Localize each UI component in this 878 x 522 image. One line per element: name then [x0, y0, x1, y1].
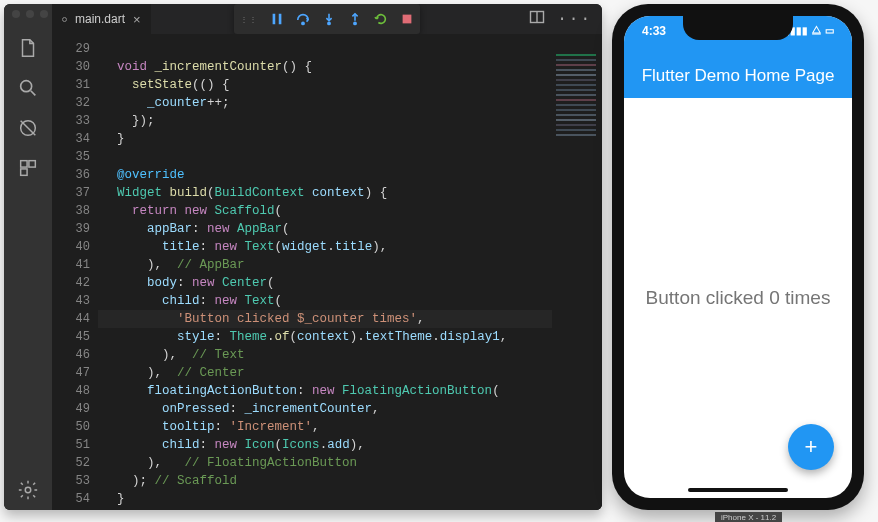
ide-window: main.dart × ⋮⋮	[4, 4, 602, 510]
stop-icon[interactable]	[400, 12, 414, 26]
editor-column: main.dart × ⋮⋮	[52, 4, 602, 510]
counter-text: Button clicked 0 times	[646, 287, 831, 309]
simulator-label: iPhone X - 11.2	[715, 512, 782, 522]
app-bar: Flutter Demo Home Page	[624, 54, 852, 98]
minimize-dot-icon[interactable]	[26, 10, 34, 18]
code-editor[interactable]: 2930313233343536373839404142434445464748…	[52, 34, 602, 510]
svg-rect-4	[21, 169, 27, 175]
zoom-dot-icon[interactable]	[40, 10, 48, 18]
svg-point-5	[25, 487, 31, 493]
status-time: 4:33	[642, 24, 666, 38]
window-traffic-lights[interactable]	[12, 10, 48, 18]
drag-grip-icon[interactable]: ⋮⋮	[240, 15, 258, 24]
svg-rect-11	[403, 15, 412, 24]
step-out-icon[interactable]	[348, 12, 362, 26]
pause-icon[interactable]	[270, 12, 284, 26]
app-bar-title: Flutter Demo Home Page	[642, 66, 835, 86]
plus-icon: +	[805, 434, 818, 460]
settings-gear-icon[interactable]	[16, 478, 40, 502]
extensions-icon[interactable]	[16, 156, 40, 180]
code-content[interactable]: void _incrementCounter() { setState(() {…	[98, 34, 552, 510]
tab-label: main.dart	[75, 12, 125, 26]
tab-close-icon[interactable]: ×	[133, 12, 141, 27]
floating-action-button[interactable]: +	[788, 424, 834, 470]
close-dot-icon[interactable]	[12, 10, 20, 18]
phone-simulator: 4:33 ▮▮▮▮ ⧋ ▭ Flutter Demo Home Page But…	[612, 4, 864, 510]
minimap-preview	[556, 54, 596, 140]
activity-bar	[4, 4, 52, 510]
tab-bar: main.dart × ⋮⋮	[52, 4, 602, 34]
home-indicator[interactable]	[688, 488, 788, 492]
svg-point-8	[302, 22, 304, 24]
svg-rect-2	[21, 161, 27, 167]
file-dirty-dot-icon	[62, 17, 67, 22]
svg-point-10	[354, 22, 356, 24]
svg-rect-3	[29, 161, 35, 167]
step-over-icon[interactable]	[296, 12, 310, 26]
search-icon[interactable]	[16, 76, 40, 100]
tab-main-dart[interactable]: main.dart ×	[52, 4, 152, 34]
split-editor-icon[interactable]	[529, 9, 545, 29]
svg-point-0	[21, 81, 32, 92]
line-number-gutter: 2930313233343536373839404142434445464748…	[52, 34, 98, 510]
wifi-icon: ⧋	[812, 24, 821, 36]
minimap[interactable]	[552, 34, 602, 510]
phone-screen[interactable]: 4:33 ▮▮▮▮ ⧋ ▭ Flutter Demo Home Page But…	[624, 16, 852, 498]
svg-rect-7	[279, 14, 282, 25]
battery-icon: ▭	[825, 25, 834, 36]
debug-icon[interactable]	[16, 116, 40, 140]
restart-icon[interactable]	[374, 12, 388, 26]
editor-actions: ···	[519, 4, 602, 34]
svg-rect-6	[273, 14, 276, 25]
svg-point-9	[328, 22, 330, 24]
step-into-icon[interactable]	[322, 12, 336, 26]
phone-notch	[683, 16, 793, 40]
more-actions-icon[interactable]: ···	[557, 10, 592, 28]
explorer-icon[interactable]	[16, 36, 40, 60]
debug-toolbar[interactable]: ⋮⋮	[234, 4, 420, 34]
